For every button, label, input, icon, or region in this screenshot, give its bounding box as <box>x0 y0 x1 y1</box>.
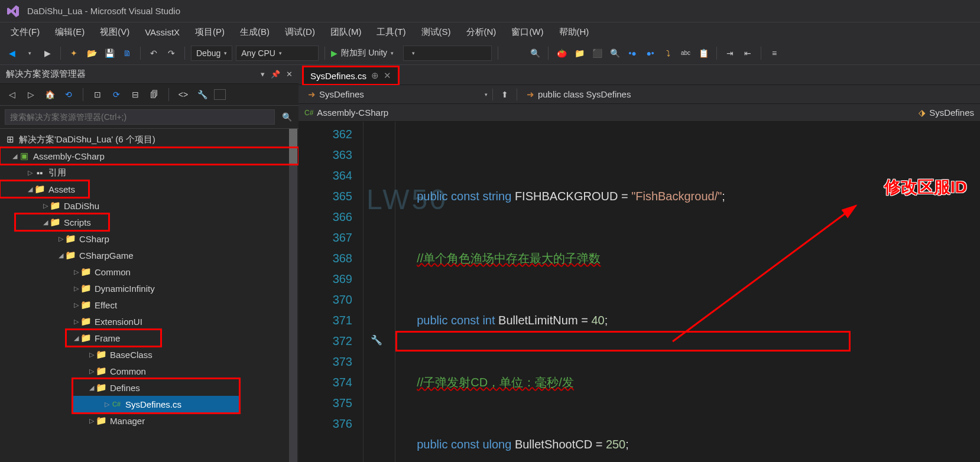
sysdefines-label: SysDefines.cs <box>125 399 181 409</box>
va-search-icon[interactable]: 🔍 <box>608 46 622 60</box>
save-icon[interactable]: 💾 <box>102 46 116 60</box>
comment-icon[interactable]: ≡ <box>767 46 781 60</box>
open-icon[interactable]: 📂 <box>85 46 99 60</box>
sync-icon[interactable]: ⟲ <box>61 87 76 102</box>
va-dot1-icon[interactable]: •● <box>625 46 640 60</box>
va-icon2[interactable]: ⬛ <box>590 46 604 60</box>
nav-class-dropdown[interactable]: ➜ SysDefines <box>303 88 369 101</box>
pin-icon[interactable]: 📌 <box>271 70 280 79</box>
explorer-header: 解决方案资源管理器 ▾ 📌 ✕ <box>0 65 298 84</box>
menu-project[interactable]: 项目(P) <box>188 24 232 40</box>
quick-action-icon[interactable]: 🔧 <box>371 334 382 346</box>
start-button[interactable]: ▶ 附加到 Unity ▾ <box>331 48 394 58</box>
toolbar: ◀ ▾ ▶ ✦ 📂 💾 🗎 ↶ ↷ Debug▾ Any CPU▾ ▶ 附加到 … <box>0 41 980 65</box>
explorer-search-input[interactable] <box>5 109 275 125</box>
folder-icon: 📁 <box>50 217 60 227</box>
va-paste-icon[interactable]: 📋 <box>696 46 710 60</box>
save-all-icon[interactable]: 🗎 <box>120 46 134 60</box>
code-comment: //子弹发射CD，单位：毫秒/发 <box>417 376 574 389</box>
code-icon[interactable]: <> <box>176 87 190 102</box>
solution-node[interactable]: ⊞ 解决方案'DaDiShu_Lua' (6 个项目) <box>0 131 298 148</box>
frame-label: Frame <box>95 333 120 343</box>
scripts-node[interactable]: ◢ 📁 Scripts <box>15 214 109 230</box>
dropdown-icon[interactable]: ▾ <box>261 70 265 79</box>
collapse-icon[interactable]: ⊟ <box>128 87 142 102</box>
document-tab[interactable]: SysDefines.cs ⊕ ✕ <box>303 67 398 84</box>
menu-file[interactable]: 文件(F) <box>4 24 47 40</box>
menu-build[interactable]: 生成(B) <box>233 24 277 40</box>
sysdefines-node[interactable]: ▷ C# SysDefines.cs <box>73 396 239 412</box>
menu-vassist[interactable]: VAssistX <box>138 25 187 40</box>
nav-back-icon[interactable]: ◀ <box>5 46 19 60</box>
nav-dropdown-icon[interactable]: ▾ <box>22 46 37 60</box>
project-context[interactable]: C# Assembly-CSharp <box>304 108 388 118</box>
scope-icon[interactable]: ⊡ <box>90 87 105 102</box>
outdent-icon[interactable]: ⇤ <box>741 46 755 60</box>
pin-tab-icon[interactable]: ⊕ <box>371 70 379 81</box>
back-icon[interactable]: ◁ <box>5 87 19 102</box>
common-node[interactable]: ▷ 📁 Common <box>0 263 298 280</box>
menu-team[interactable]: 团队(M) <box>323 24 369 40</box>
effect-node[interactable]: ▷ 📁 Effect <box>0 297 298 313</box>
menu-test[interactable]: 测试(S) <box>414 24 458 40</box>
va-dot2-icon[interactable]: ●• <box>643 46 657 60</box>
search-icon[interactable]: 🔍 <box>280 110 294 124</box>
refresh-icon[interactable]: ⟳ <box>109 87 124 102</box>
forward-icon[interactable]: ▷ <box>24 87 38 102</box>
close-icon[interactable]: ✕ <box>286 70 293 79</box>
va-icon1[interactable]: 📁 <box>572 46 586 60</box>
new-file-icon[interactable]: ✦ <box>67 46 81 60</box>
code-token: ; <box>625 438 629 451</box>
menu-debug[interactable]: 调试(D) <box>278 24 322 40</box>
window-title: DaDiShu_Lua - Microsoft Visual Studio <box>27 6 180 16</box>
manager-node[interactable]: ▷ 📁 Manager <box>0 412 298 429</box>
frame-node[interactable]: ◢ 📁 Frame <box>66 330 161 346</box>
tomato-icon[interactable]: 🍅 <box>554 46 569 60</box>
menu-tools[interactable]: 工具(T) <box>369 24 413 40</box>
code-content[interactable]: public const string FISHBACKGROUD = "Fis… <box>395 122 980 462</box>
csharp-node[interactable]: ▷ 📁 CSharp <box>0 230 298 247</box>
references-node[interactable]: ▷ ▪▪ 引用 <box>0 164 298 181</box>
platform-dropdown[interactable]: Any CPU▾ <box>236 45 319 61</box>
dropdown-icon[interactable]: ▾ <box>485 92 488 97</box>
undo-icon[interactable]: ↶ <box>147 46 161 60</box>
close-tab-icon[interactable]: ✕ <box>384 70 391 81</box>
separator <box>761 47 761 60</box>
common-label: Common <box>95 267 131 277</box>
nav-prev-icon[interactable]: ⬆ <box>498 87 512 102</box>
type-context[interactable]: ⬗ SysDefines <box>919 108 974 118</box>
extui-node[interactable]: ▷ 📁 ExtensionUI <box>0 313 298 330</box>
csharp-project-icon: ▣ <box>19 151 30 161</box>
caret-expanded-icon: ◢ <box>87 384 96 392</box>
home-icon[interactable]: 🏠 <box>43 87 57 102</box>
references-label: 引用 <box>48 167 66 178</box>
config-dropdown[interactable]: Debug▾ <box>191 45 232 61</box>
menu-help[interactable]: 帮助(H) <box>552 24 596 40</box>
code-editor[interactable]: 362 363 364 365 366 367 368 369 370 371 … <box>298 122 980 462</box>
find-icon[interactable]: 🔍 <box>528 46 542 60</box>
showall-icon[interactable]: 🗐 <box>147 87 161 102</box>
csharpgame-node[interactable]: ◢ 📁 CSharpGame <box>0 247 298 263</box>
nav-member-dropdown[interactable]: ➜ public class SysDefines <box>522 88 636 101</box>
nav-forward-icon[interactable]: ▶ <box>40 46 54 60</box>
dadishu-node[interactable]: ▷ 📁 DaDiShu <box>0 197 298 214</box>
menu-analyze[interactable]: 分析(N) <box>459 24 504 40</box>
defines-node[interactable]: ◢ 📁 Defines <box>73 379 239 396</box>
scripts-label: Scripts <box>64 217 91 227</box>
common2-node[interactable]: ▷ 📁 Common <box>0 363 298 379</box>
menu-view[interactable]: 视图(V) <box>93 24 137 40</box>
assets-node[interactable]: ◢ 📁 Assets <box>0 181 89 197</box>
menu-window[interactable]: 窗口(W) <box>504 24 550 40</box>
va-abc-icon[interactable]: abc <box>679 46 693 60</box>
preview-icon[interactable] <box>214 89 226 100</box>
menu-edit[interactable]: 编辑(E) <box>48 24 92 40</box>
line-number: 372 <box>298 331 352 352</box>
project-node[interactable]: ◢ ▣ Assembly-CSharp <box>0 148 298 164</box>
dyninf-node[interactable]: ▷ 📁 DynamicInfinity <box>0 280 298 297</box>
va-trace-icon[interactable]: ⤵ <box>661 46 675 60</box>
indent-icon[interactable]: ⇥ <box>723 46 737 60</box>
baseclass-node[interactable]: ▷ 📁 BaseClass <box>0 346 298 363</box>
properties-icon[interactable]: 🔧 <box>195 87 209 102</box>
redo-icon[interactable]: ↷ <box>164 46 179 60</box>
empty-dropdown[interactable]: ▾ <box>403 45 492 61</box>
